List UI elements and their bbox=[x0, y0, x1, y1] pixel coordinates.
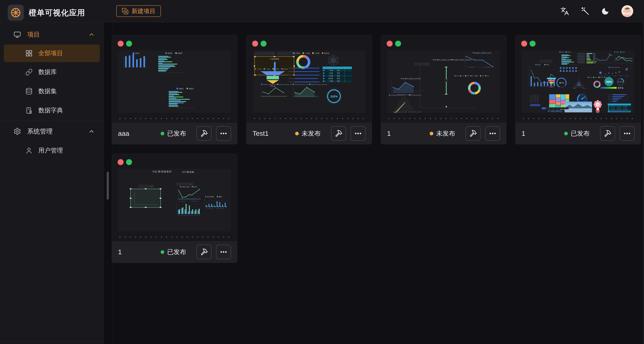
table-header: 成绩 bbox=[344, 67, 347, 69]
more-actions-button[interactable] bbox=[350, 126, 366, 141]
app-root: 橙单可视化应用 项目 全部项目 数据库 数据集 数据字 bbox=[0, 0, 644, 344]
edit-project-button[interactable] bbox=[466, 126, 480, 141]
topbar: 新建项目 bbox=[104, 0, 644, 22]
svg-text:Sat: Sat bbox=[482, 75, 484, 77]
days-legend: Mon Tue Wed Thu Fri Sat Sun bbox=[454, 75, 489, 77]
svg-text:课时: 课时 bbox=[546, 64, 549, 66]
card-footer: 1 已发布 bbox=[516, 123, 641, 144]
svg-text:Sun: Sun bbox=[487, 75, 489, 77]
more-actions-button[interactable] bbox=[216, 126, 231, 141]
more-actions-button[interactable] bbox=[485, 126, 500, 141]
project-name: 1 bbox=[387, 130, 430, 137]
sidebar-item-datasets[interactable]: 数据集 bbox=[0, 82, 104, 101]
dashboard-preview: SQL数据源测试 API数据集 class_hour price bbox=[118, 169, 231, 231]
avatar-illustration bbox=[621, 5, 633, 17]
new-project-button[interactable]: 新建项目 bbox=[116, 5, 161, 17]
sidebar-item-label: 数据字典 bbox=[38, 106, 63, 115]
project-card: price data1 data2 bbox=[112, 35, 237, 144]
status-dot bbox=[160, 132, 164, 135]
svg-text:三年级: 三年级 bbox=[328, 75, 333, 77]
percent-circle: 50% bbox=[605, 77, 613, 86]
mini-hbar-chart bbox=[562, 54, 578, 65]
svg-text:英语: 英语 bbox=[337, 80, 340, 82]
radar-triangle-chart: student_attend_count student_flower_amou… bbox=[392, 94, 421, 113]
sidebar-item-databases[interactable]: 数据库 bbox=[0, 62, 104, 82]
sidebar-item-user-management[interactable]: 用户管理 bbox=[0, 141, 104, 160]
dotted-divider bbox=[523, 118, 634, 119]
sidebar-item-label: 数据库 bbox=[38, 68, 57, 76]
svg-text:Tue: Tue bbox=[461, 75, 464, 77]
legend-label: 四年级 bbox=[283, 68, 288, 70]
dashboard-preview: price data1 data2 bbox=[118, 50, 231, 113]
ring-gauge: 102% bbox=[326, 89, 342, 104]
project-thumbnail[interactable]: price data1 data2 bbox=[118, 50, 231, 113]
edit-project-button[interactable] bbox=[196, 126, 212, 141]
moon-icon[interactable] bbox=[601, 7, 610, 15]
red-dot bbox=[387, 41, 392, 47]
translate-icon[interactable] bbox=[560, 7, 569, 15]
donut-chart bbox=[295, 54, 311, 70]
svg-text:Mon: Mon bbox=[589, 76, 592, 78]
chevron-up-icon[interactable] bbox=[88, 128, 95, 135]
mascot-character bbox=[594, 100, 602, 113]
sidebar-group-label: 系统管理 bbox=[27, 127, 52, 136]
legend-label: 课时 bbox=[218, 196, 222, 198]
project-thumbnail[interactable]: student_attend_count student_flower_amou… bbox=[387, 50, 500, 113]
more-actions-button[interactable] bbox=[216, 245, 231, 259]
hammer-icon bbox=[604, 129, 612, 137]
svg-text:一年级: 一年级 bbox=[328, 70, 333, 71]
project-thumbnail[interactable]: SQL数据源测试 API数据集 class_hour price bbox=[118, 169, 231, 231]
scrollbar-thumb[interactable] bbox=[107, 172, 109, 200]
magic-wand-icon[interactable] bbox=[581, 7, 590, 15]
legend-label: 二年级 bbox=[266, 68, 270, 70]
legend-label: data1 bbox=[179, 88, 184, 90]
status-label: 未发布 bbox=[436, 129, 455, 138]
candlestick-chart bbox=[413, 64, 476, 108]
chevron-up-icon[interactable] bbox=[88, 31, 95, 38]
sidebar-item-all-projects[interactable]: 全部项目 bbox=[4, 44, 100, 62]
legend-label: data2 bbox=[189, 88, 194, 90]
legend-label: chineseScore bbox=[610, 66, 620, 68]
status-dot bbox=[295, 132, 299, 135]
axis-label: student_flower_amount bbox=[392, 111, 407, 113]
mini-area-chart: student_flower_amount 103684506717143276… bbox=[389, 78, 422, 96]
edit-project-button[interactable] bbox=[600, 126, 615, 141]
monitor-icon bbox=[14, 31, 21, 38]
sidebar-group-projects[interactable]: 项目 bbox=[0, 25, 104, 44]
new-project-label: 新建项目 bbox=[132, 7, 156, 15]
svg-text:2: 2 bbox=[344, 70, 345, 71]
sidebar-group-system[interactable]: 系统管理 bbox=[0, 122, 104, 141]
project-thumbnail[interactable]: data1 data2 798 299 bbox=[522, 50, 634, 113]
avatar[interactable] bbox=[621, 5, 633, 17]
sidebar-item-data-dictionary[interactable]: 数据字典 bbox=[0, 101, 104, 120]
mini-line-chart: data1 data2 bbox=[614, 51, 633, 63]
table-header: 科目 bbox=[336, 67, 340, 69]
legend-label: 三年级 bbox=[314, 52, 320, 54]
donut-legend: 一年级 二年级 三年级 四年级 bbox=[293, 52, 329, 54]
svg-text:四年级: 四年级 bbox=[328, 78, 333, 79]
section-title: SQL数据源测试 bbox=[152, 170, 172, 173]
axis-label: block bbox=[582, 87, 586, 89]
red-dot bbox=[521, 41, 527, 47]
table-header: 班级 bbox=[329, 67, 332, 69]
edit-project-button[interactable] bbox=[331, 126, 346, 141]
table-header: # bbox=[324, 67, 324, 69]
svg-text:data2: data2 bbox=[622, 51, 625, 53]
more-actions-button[interactable] bbox=[620, 126, 634, 141]
project-thumbnail[interactable]: 献花数量 一年级 二年级 三年级 四年级 bbox=[253, 50, 365, 113]
status-badge: 未发布 bbox=[295, 129, 321, 138]
sidebar-item-label: 用户管理 bbox=[38, 146, 63, 155]
status-badge: 已发布 bbox=[564, 129, 590, 138]
mini-bar-chart: 合计价格 课时 bbox=[204, 196, 228, 209]
hammer-icon bbox=[334, 129, 342, 137]
edit-project-button[interactable] bbox=[196, 245, 212, 259]
legend-label: 三年级 bbox=[274, 68, 279, 70]
legend-label: price bbox=[194, 186, 197, 188]
app-logo bbox=[8, 4, 24, 21]
legend-label: student_flower_amou bbox=[279, 84, 294, 85]
gradient-bar: 看得见 bbox=[600, 87, 624, 89]
red-dot bbox=[118, 159, 124, 165]
sidebar-item-label: 数据集 bbox=[38, 87, 57, 95]
project-card: SQL数据源测试 API数据集 class_hour price bbox=[112, 154, 237, 263]
color-ring bbox=[594, 81, 600, 87]
